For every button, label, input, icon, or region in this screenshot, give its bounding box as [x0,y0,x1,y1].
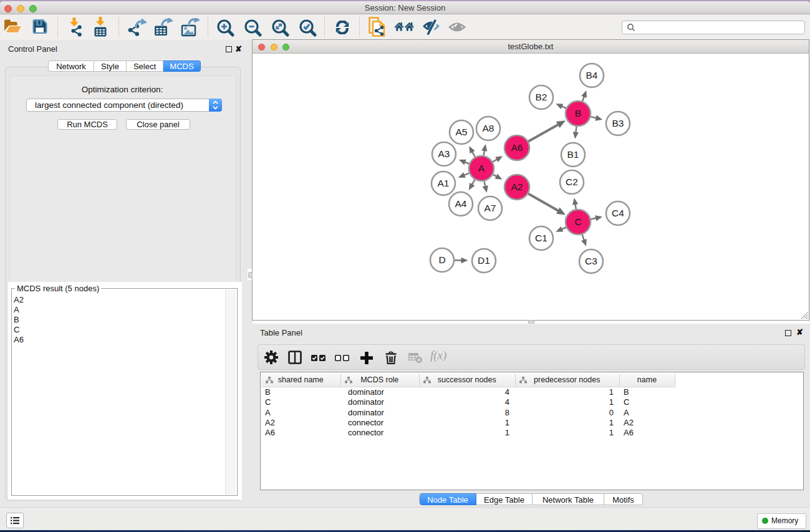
svg-text:A4: A4 [455,198,467,209]
svg-text:B2: B2 [536,92,547,102]
svg-text:C1: C1 [535,233,547,243]
svg-text:A2: A2 [511,181,523,192]
svg-text:B: B [575,108,581,118]
svg-text:C2: C2 [566,177,578,187]
svg-text:B1: B1 [567,149,579,160]
svg-text:C4: C4 [612,208,624,218]
svg-text:B4: B4 [586,70,598,80]
svg-text:A6: A6 [511,142,523,153]
svg-text:B3: B3 [612,118,624,128]
svg-text:A7: A7 [485,203,496,213]
svg-text:C: C [574,216,581,227]
svg-text:D: D [438,254,445,265]
svg-text:D1: D1 [478,255,490,266]
svg-text:A: A [478,163,485,173]
svg-text:C3: C3 [585,256,597,266]
svg-text:A8: A8 [483,123,494,133]
svg-text:A3: A3 [438,148,450,159]
svg-text:A1: A1 [438,178,450,188]
svg-text:A5: A5 [456,127,468,137]
